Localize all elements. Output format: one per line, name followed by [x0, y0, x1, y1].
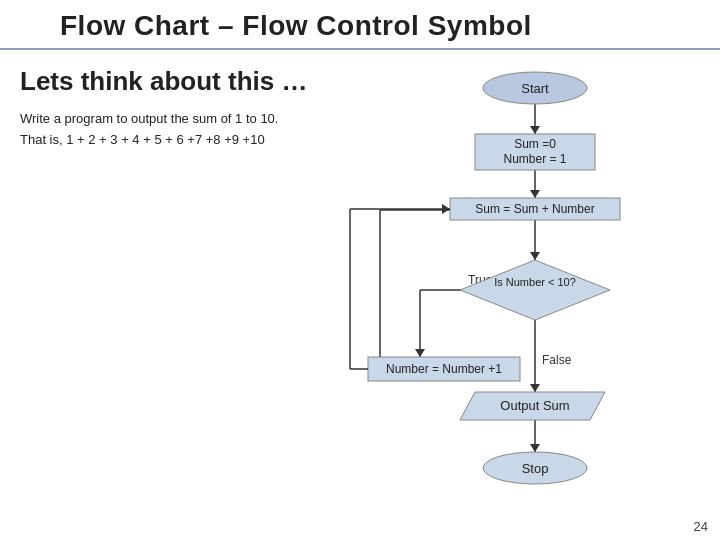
- start-label: Start: [521, 81, 549, 96]
- stop-label: Stop: [522, 461, 549, 476]
- slide-number: 24: [694, 519, 708, 534]
- svg-marker-26: [442, 204, 450, 214]
- title-bar: Flow Chart – Flow Control Symbol: [0, 0, 720, 50]
- slide: Flow Chart – Flow Control Symbol Lets th…: [0, 0, 720, 540]
- init-line1: Sum =0: [514, 137, 556, 151]
- output-label: Output Sum: [500, 398, 569, 413]
- svg-marker-21: [460, 260, 610, 320]
- process2-label: Number = Number +1: [386, 362, 502, 376]
- svg-marker-17: [530, 444, 540, 452]
- heading: Lets think about this …: [20, 66, 320, 97]
- content-area: Lets think about this … Write a program …: [0, 50, 720, 522]
- slide-title: Flow Chart – Flow Control Symbol: [60, 10, 532, 41]
- svg-marker-5: [530, 252, 540, 260]
- init-line2: Number = 1: [503, 152, 566, 166]
- svg-text:False: False: [542, 353, 572, 367]
- flowchart: True False: [320, 62, 700, 522]
- decision-label: Is Number < 10?: [494, 276, 576, 288]
- that-is-text: That is, 1 + 2 + 3 + 4 + 5 + 6 +7 +8 +9 …: [20, 132, 320, 147]
- svg-marker-3: [530, 190, 540, 198]
- process1-label: Sum = Sum + Number: [475, 202, 594, 216]
- svg-marker-15: [530, 384, 540, 392]
- write-program-text: Write a program to output the sum of 1 t…: [20, 111, 320, 126]
- left-text-section: Lets think about this … Write a program …: [20, 62, 320, 522]
- flowchart-svg: True False: [320, 62, 690, 532]
- svg-marker-10: [415, 349, 425, 357]
- svg-marker-1: [530, 126, 540, 134]
